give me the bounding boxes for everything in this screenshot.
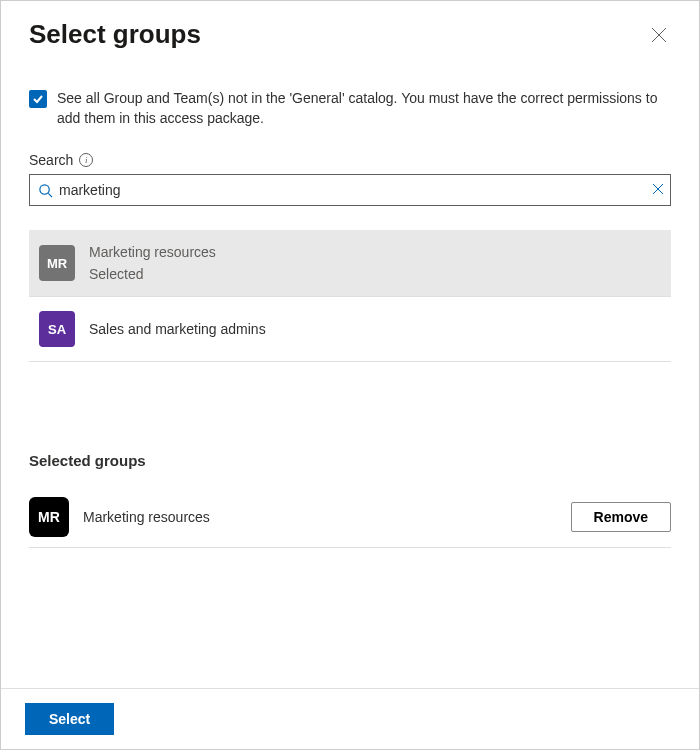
see-all-groups-option: See all Group and Team(s) not in the 'Ge… bbox=[29, 88, 671, 128]
result-text: Sales and marketing admins bbox=[89, 321, 266, 337]
result-row-marketing-resources[interactable]: MR Marketing resources Selected bbox=[29, 230, 671, 297]
svg-line-3 bbox=[48, 193, 52, 197]
remove-button[interactable]: Remove bbox=[571, 502, 671, 532]
see-all-groups-checkbox[interactable] bbox=[29, 90, 47, 108]
avatar: MR bbox=[39, 245, 75, 281]
avatar: MR bbox=[29, 497, 69, 537]
result-row-sales-and-marketing-admins[interactable]: SA Sales and marketing admins bbox=[29, 297, 671, 362]
x-icon bbox=[652, 183, 664, 195]
panel-title: Select groups bbox=[29, 19, 201, 50]
panel-footer: Select bbox=[1, 688, 699, 749]
search-results: MR Marketing resources Selected SA Sales… bbox=[29, 230, 671, 362]
result-status: Selected bbox=[89, 266, 216, 282]
select-button[interactable]: Select bbox=[25, 703, 114, 735]
search-label-row: Search i bbox=[29, 152, 671, 168]
close-icon bbox=[651, 27, 667, 43]
selected-group-row: MR Marketing resources Remove bbox=[29, 487, 671, 548]
result-name: Marketing resources bbox=[89, 244, 216, 260]
panel-content: See all Group and Team(s) not in the 'Ge… bbox=[1, 58, 699, 688]
see-all-groups-label: See all Group and Team(s) not in the 'Ge… bbox=[57, 88, 671, 128]
avatar: SA bbox=[39, 311, 75, 347]
selected-group-name: Marketing resources bbox=[83, 509, 557, 525]
search-label: Search bbox=[29, 152, 73, 168]
result-text: Marketing resources Selected bbox=[89, 244, 216, 282]
search-icon bbox=[38, 183, 53, 198]
search-box[interactable] bbox=[29, 174, 671, 206]
info-icon[interactable]: i bbox=[79, 153, 93, 167]
svg-point-2 bbox=[40, 184, 49, 193]
check-icon bbox=[32, 93, 44, 105]
panel-header: Select groups bbox=[1, 1, 699, 58]
search-input[interactable] bbox=[59, 182, 646, 198]
close-button[interactable] bbox=[647, 23, 671, 50]
select-groups-panel: Select groups See all Group and Team(s) … bbox=[0, 0, 700, 750]
selected-groups-heading: Selected groups bbox=[29, 452, 671, 469]
result-name: Sales and marketing admins bbox=[89, 321, 266, 337]
clear-search-button[interactable] bbox=[652, 182, 664, 198]
